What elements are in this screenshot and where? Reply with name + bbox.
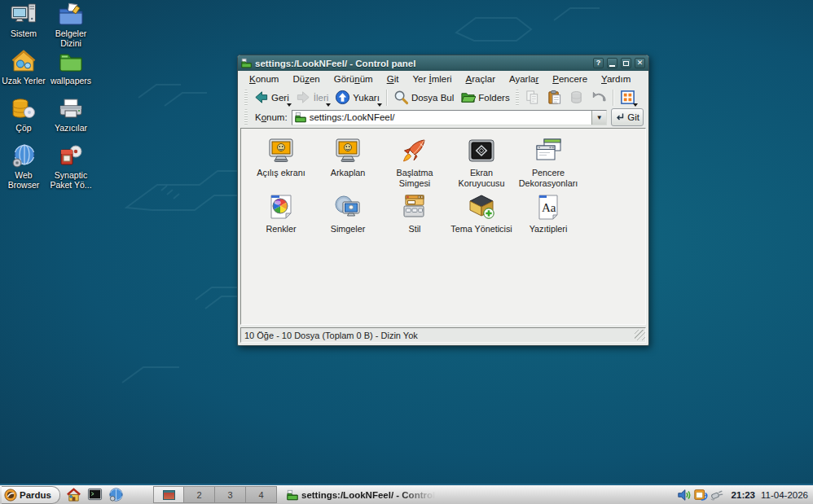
forward-button[interactable]: İleri xyxy=(292,88,332,107)
desktop-icon-label: wallpapers xyxy=(51,76,91,85)
maximize-button[interactable] xyxy=(621,58,631,68)
delete-button[interactable] xyxy=(565,88,587,107)
find-file-button[interactable]: Dosya Bul xyxy=(390,88,457,107)
desktop-icon-label: Çöp xyxy=(15,123,31,133)
toolbar-handle[interactable] xyxy=(244,109,248,125)
paste-button[interactable] xyxy=(543,88,565,107)
taskbar-task-entry[interactable]: settings:/LookNFeel/ - Control panel xyxy=(283,486,442,503)
desktop-icon-synaptic[interactable]: Synaptic Paket Yö... xyxy=(47,143,94,191)
icon-view-button[interactable] xyxy=(617,88,639,107)
folders-button[interactable]: Folders xyxy=(457,88,512,107)
desktop-icon-label: Synaptic Paket Yö... xyxy=(47,170,94,190)
menu-git[interactable]: Git xyxy=(383,73,403,85)
up-button[interactable]: Yukarı xyxy=(332,88,383,107)
folder-item-label: Arkaplan xyxy=(331,168,366,178)
dropdown-arrow-icon[interactable] xyxy=(377,103,382,107)
go-button[interactable]: Git xyxy=(611,108,644,126)
up-arrow-icon xyxy=(335,90,350,105)
folder-item-theme-manager[interactable]: Tema Yöneticisi xyxy=(448,194,515,234)
back-button[interactable]: Geri xyxy=(250,88,292,107)
forward-arrow-icon xyxy=(296,90,311,105)
folder-item-fonts[interactable]: AaYazıtipleri xyxy=(515,194,582,234)
menu-yer-imleri[interactable]: Yer İmleri xyxy=(408,73,455,85)
rocket-icon xyxy=(400,138,429,165)
pager-window-thumbnail xyxy=(163,490,175,500)
undo-button[interactable] xyxy=(587,88,609,107)
folder-item-window-decorations[interactable]: Pencere Dekorasyonları xyxy=(515,138,582,188)
pager-desktop-4[interactable]: 4 xyxy=(246,486,277,503)
quicklaunch-home[interactable] xyxy=(66,487,81,502)
desktop-icon-system[interactable]: Sistem xyxy=(0,2,47,49)
clock[interactable]: 21:23 xyxy=(732,490,755,500)
folder-item-label: Stil xyxy=(409,224,421,234)
toolbar-handle[interactable] xyxy=(244,90,248,106)
tray-plug-icon[interactable] xyxy=(710,488,724,502)
folder-location-icon xyxy=(295,112,306,123)
location-combobox[interactable]: settings:/LookNFeel/ ▼ xyxy=(292,110,608,125)
menu-duzen[interactable]: Düzen xyxy=(288,73,323,85)
folder-item-label: Simgeler xyxy=(331,224,366,234)
dropdown-arrow-icon[interactable] xyxy=(633,103,638,107)
pager-desktop-1[interactable] xyxy=(153,486,184,503)
resize-grip[interactable] xyxy=(635,330,645,340)
fonts-page-icon: Aa xyxy=(534,194,563,221)
folder-item-screensaver[interactable]: Ekran Koruyucusu xyxy=(448,138,515,188)
globe-gear-icon xyxy=(11,143,37,169)
folder-item-style[interactable]: Stil xyxy=(381,194,448,234)
folder-item-label: Başlatma Simgesi xyxy=(381,168,448,188)
desktop-icon-remote-places[interactable]: Uzak Yerler xyxy=(0,49,47,96)
close-button[interactable]: ✕ xyxy=(635,58,645,68)
globe-small-icon xyxy=(108,487,124,502)
menu-araclar[interactable]: Araçlar xyxy=(462,73,499,85)
computer-icon xyxy=(11,2,37,28)
quicklaunch-terminal[interactable] xyxy=(87,487,103,502)
desktop-icon-wallpapers[interactable]: wallpapers xyxy=(47,49,94,96)
dropdown-arrow-icon[interactable] xyxy=(287,103,292,107)
window-title: settings:/LookNFeel/ - Control panel xyxy=(255,59,590,68)
dropdown-arrow-icon[interactable] xyxy=(326,103,331,107)
minimize-button[interactable] xyxy=(607,58,617,68)
folder-item-label: Yazıtipleri xyxy=(530,224,568,234)
tray-volume-icon[interactable] xyxy=(677,488,692,502)
location-value[interactable]: settings:/LookNFeel/ xyxy=(310,112,592,122)
tray-klipper-icon[interactable] xyxy=(693,488,708,502)
copy-button[interactable] xyxy=(521,88,543,107)
menu-ayarlar[interactable]: Ayarlar xyxy=(505,73,543,85)
menu-yardim[interactable]: Yardım xyxy=(597,73,635,85)
style-widgets-icon xyxy=(400,194,429,221)
folder-item-icons[interactable]: Simgeler xyxy=(314,194,381,234)
folder-item-background[interactable]: Arkaplan xyxy=(314,138,381,188)
enter-arrow-icon xyxy=(615,112,625,122)
location-bar: Konum: settings:/LookNFeel/ ▼ Git xyxy=(240,108,646,128)
desktop-icon-printers[interactable]: Yazıcılar xyxy=(47,96,94,143)
folder-item-splash-screen[interactable]: Açılış ekranı xyxy=(248,138,314,188)
window-decorations-icon xyxy=(534,138,563,165)
screensaver-icon xyxy=(467,138,496,165)
toolbar-handle[interactable] xyxy=(516,90,519,106)
folder-item-label: Açılış ekranı xyxy=(257,168,305,178)
location-dropdown-button[interactable]: ▼ xyxy=(591,111,606,125)
desktop-icon-documents-folder[interactable]: Belgeler Dizini xyxy=(47,2,94,49)
quicklaunch-browser[interactable] xyxy=(108,487,124,502)
menu-gorunum[interactable]: Görünüm xyxy=(330,73,377,85)
window-titlebar[interactable]: settings:/LookNFeel/ - Control panel ? ✕ xyxy=(238,55,648,71)
folder-item-grid: Açılış ekranıArkaplanBaşlatma SimgesiEkr… xyxy=(241,129,645,234)
folder-item-label: Ekran Koruyucusu xyxy=(448,168,515,188)
pager-desktop-3[interactable]: 3 xyxy=(215,486,246,503)
help-button[interactable]: ? xyxy=(593,58,604,68)
desktop-icon-label: Web Browser xyxy=(0,170,47,190)
copy-icon xyxy=(525,90,540,105)
back-arrow-icon xyxy=(253,90,269,105)
desktop-icon-trash[interactable]: Çöp xyxy=(0,96,47,143)
folder-item-colors[interactable]: Renkler xyxy=(248,194,314,234)
pager-desktop-2[interactable]: 2 xyxy=(184,486,215,503)
terminal-icon xyxy=(87,487,103,502)
menu-konum[interactable]: Konum xyxy=(245,73,283,85)
folder-view[interactable]: Açılış ekranıArkaplanBaşlatma SimgesiEkr… xyxy=(240,128,646,325)
menu-pencere[interactable]: Pencere xyxy=(548,73,591,85)
desktop-icon-web-browser[interactable]: Web Browser xyxy=(0,143,47,191)
kmenu-button[interactable]: Pardus xyxy=(2,486,60,504)
date[interactable]: 11-04-2026 xyxy=(761,490,808,500)
toolbar: GeriİleriYukarıDosya BulFolders xyxy=(240,86,646,108)
folder-item-launch-feedback[interactable]: Başlatma Simgesi xyxy=(381,138,448,188)
